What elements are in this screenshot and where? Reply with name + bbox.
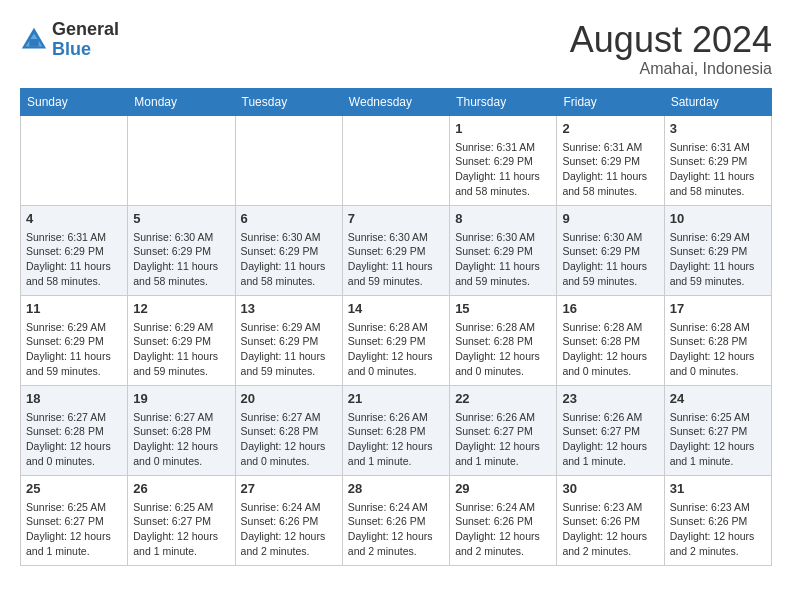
- day-number: 22: [455, 390, 551, 408]
- day-of-week-header: Thursday: [450, 88, 557, 115]
- day-info-line: Daylight: 11 hours: [348, 259, 444, 274]
- calendar-cell: [342, 115, 449, 205]
- calendar-cell: 8Sunrise: 6:30 AMSunset: 6:29 PMDaylight…: [450, 205, 557, 295]
- day-number: 10: [670, 210, 766, 228]
- logo-icon: [20, 26, 48, 54]
- day-number: 8: [455, 210, 551, 228]
- day-number: 11: [26, 300, 122, 318]
- day-info-line: and 1 minute.: [348, 454, 444, 469]
- day-info-line: Sunrise: 6:25 AM: [670, 410, 766, 425]
- day-info-line: Sunset: 6:29 PM: [241, 244, 337, 259]
- calendar-cell: 11Sunrise: 6:29 AMSunset: 6:29 PMDayligh…: [21, 295, 128, 385]
- day-info-line: Sunrise: 6:30 AM: [133, 230, 229, 245]
- day-number: 3: [670, 120, 766, 138]
- day-info-line: Sunrise: 6:27 AM: [133, 410, 229, 425]
- day-info-line: Daylight: 12 hours: [348, 439, 444, 454]
- day-info-line: Daylight: 12 hours: [133, 529, 229, 544]
- day-info-line: Sunset: 6:27 PM: [670, 424, 766, 439]
- day-info-line: and 59 minutes.: [670, 274, 766, 289]
- calendar-table: SundayMondayTuesdayWednesdayThursdayFrid…: [20, 88, 772, 566]
- day-number: 29: [455, 480, 551, 498]
- day-info-line: Daylight: 11 hours: [241, 349, 337, 364]
- day-info-line: Sunset: 6:26 PM: [348, 514, 444, 529]
- calendar-cell: 14Sunrise: 6:28 AMSunset: 6:29 PMDayligh…: [342, 295, 449, 385]
- day-info-line: Daylight: 12 hours: [455, 349, 551, 364]
- calendar-cell: 30Sunrise: 6:23 AMSunset: 6:26 PMDayligh…: [557, 475, 664, 565]
- calendar-week-row: 18Sunrise: 6:27 AMSunset: 6:28 PMDayligh…: [21, 385, 772, 475]
- day-info-line: and 1 minute.: [26, 544, 122, 559]
- day-info-line: Daylight: 12 hours: [455, 439, 551, 454]
- day-number: 13: [241, 300, 337, 318]
- day-info-line: Sunset: 6:29 PM: [133, 334, 229, 349]
- day-info-line: Daylight: 12 hours: [348, 349, 444, 364]
- day-info-line: Daylight: 12 hours: [26, 529, 122, 544]
- calendar-week-row: 11Sunrise: 6:29 AMSunset: 6:29 PMDayligh…: [21, 295, 772, 385]
- calendar-cell: 28Sunrise: 6:24 AMSunset: 6:26 PMDayligh…: [342, 475, 449, 565]
- day-info-line: Sunset: 6:27 PM: [133, 514, 229, 529]
- day-number: 16: [562, 300, 658, 318]
- calendar-cell: 29Sunrise: 6:24 AMSunset: 6:26 PMDayligh…: [450, 475, 557, 565]
- day-info-line: Sunset: 6:28 PM: [26, 424, 122, 439]
- day-info-line: Sunset: 6:26 PM: [455, 514, 551, 529]
- calendar-cell: 16Sunrise: 6:28 AMSunset: 6:28 PMDayligh…: [557, 295, 664, 385]
- day-info-line: Sunrise: 6:29 AM: [241, 320, 337, 335]
- day-info-line: Sunrise: 6:31 AM: [670, 140, 766, 155]
- day-info-line: Sunset: 6:26 PM: [562, 514, 658, 529]
- day-info-line: and 0 minutes.: [348, 364, 444, 379]
- day-info-line: Daylight: 12 hours: [562, 349, 658, 364]
- day-number: 7: [348, 210, 444, 228]
- day-info-line: and 59 minutes.: [348, 274, 444, 289]
- day-info-line: Sunrise: 6:31 AM: [26, 230, 122, 245]
- day-number: 14: [348, 300, 444, 318]
- day-info-line: and 0 minutes.: [670, 364, 766, 379]
- day-info-line: and 0 minutes.: [241, 454, 337, 469]
- day-info-line: Sunrise: 6:29 AM: [670, 230, 766, 245]
- calendar-cell: 13Sunrise: 6:29 AMSunset: 6:29 PMDayligh…: [235, 295, 342, 385]
- day-info-line: Daylight: 12 hours: [26, 439, 122, 454]
- day-info-line: Sunset: 6:27 PM: [455, 424, 551, 439]
- calendar-cell: 3Sunrise: 6:31 AMSunset: 6:29 PMDaylight…: [664, 115, 771, 205]
- calendar-cell: 5Sunrise: 6:30 AMSunset: 6:29 PMDaylight…: [128, 205, 235, 295]
- day-info-line: Sunset: 6:29 PM: [348, 244, 444, 259]
- day-info-line: and 0 minutes.: [562, 364, 658, 379]
- day-info-line: Sunset: 6:27 PM: [26, 514, 122, 529]
- calendar-cell: 22Sunrise: 6:26 AMSunset: 6:27 PMDayligh…: [450, 385, 557, 475]
- day-info-line: Sunrise: 6:25 AM: [26, 500, 122, 515]
- day-info-line: Sunset: 6:28 PM: [133, 424, 229, 439]
- calendar-cell: 25Sunrise: 6:25 AMSunset: 6:27 PMDayligh…: [21, 475, 128, 565]
- day-number: 28: [348, 480, 444, 498]
- calendar-cell: 31Sunrise: 6:23 AMSunset: 6:26 PMDayligh…: [664, 475, 771, 565]
- day-info-line: and 58 minutes.: [562, 184, 658, 199]
- day-info-line: Sunrise: 6:24 AM: [241, 500, 337, 515]
- day-info-line: Sunrise: 6:23 AM: [562, 500, 658, 515]
- day-number: 17: [670, 300, 766, 318]
- day-info-line: Sunrise: 6:30 AM: [562, 230, 658, 245]
- calendar-cell: 9Sunrise: 6:30 AMSunset: 6:29 PMDaylight…: [557, 205, 664, 295]
- calendar-cell: [235, 115, 342, 205]
- day-of-week-header: Wednesday: [342, 88, 449, 115]
- day-info-line: Sunset: 6:29 PM: [26, 334, 122, 349]
- day-info-line: Sunset: 6:29 PM: [26, 244, 122, 259]
- calendar-cell: 15Sunrise: 6:28 AMSunset: 6:28 PMDayligh…: [450, 295, 557, 385]
- day-info-line: Daylight: 12 hours: [670, 349, 766, 364]
- day-of-week-header: Monday: [128, 88, 235, 115]
- day-info-line: and 0 minutes.: [26, 454, 122, 469]
- day-info-line: Sunrise: 6:29 AM: [26, 320, 122, 335]
- day-of-week-header: Sunday: [21, 88, 128, 115]
- calendar-cell: 19Sunrise: 6:27 AMSunset: 6:28 PMDayligh…: [128, 385, 235, 475]
- day-info-line: and 2 minutes.: [455, 544, 551, 559]
- day-info-line: and 59 minutes.: [241, 364, 337, 379]
- logo-text: General Blue: [52, 20, 119, 60]
- day-info-line: and 58 minutes.: [241, 274, 337, 289]
- day-info-line: Sunrise: 6:23 AM: [670, 500, 766, 515]
- day-info-line: Daylight: 12 hours: [670, 439, 766, 454]
- day-number: 23: [562, 390, 658, 408]
- day-info-line: Sunset: 6:29 PM: [670, 244, 766, 259]
- day-of-week-header: Saturday: [664, 88, 771, 115]
- day-number: 2: [562, 120, 658, 138]
- day-info-line: Daylight: 11 hours: [133, 349, 229, 364]
- calendar-cell: 20Sunrise: 6:27 AMSunset: 6:28 PMDayligh…: [235, 385, 342, 475]
- day-info-line: Daylight: 11 hours: [562, 169, 658, 184]
- day-number: 4: [26, 210, 122, 228]
- day-info-line: Daylight: 11 hours: [133, 259, 229, 274]
